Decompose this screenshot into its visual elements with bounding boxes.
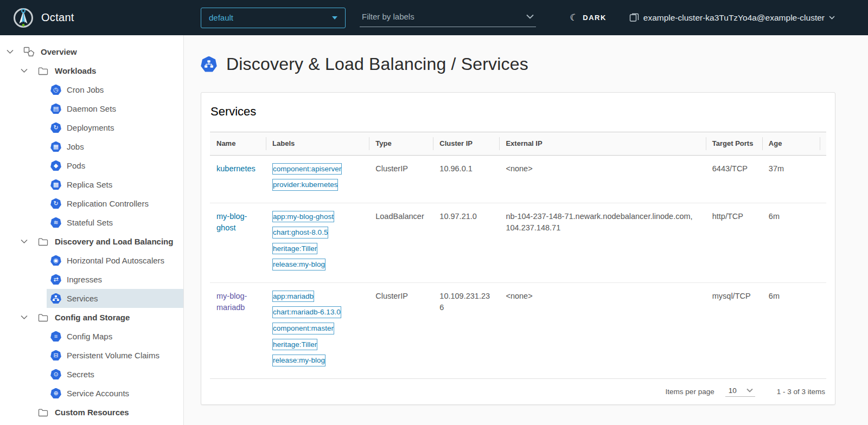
target-ports-cell: 6443/TCP [706,155,762,203]
label-badge[interactable]: component:master [272,323,334,334]
sidebar-item-stateful-sets[interactable]: ≋ Stateful Sets [47,213,183,232]
app-title: Octant [41,11,74,24]
sidebar-item-horizontal-pod-autoscalers[interactable]: ◉ Horizontal Pod Autoscalers [47,251,183,270]
sidebar-item-label: Config and Storage [55,313,130,322]
services-card: Services NameLabelsTypeCluster IPExterna… [201,92,835,405]
column-header-labels: Labels [266,132,369,156]
label-badge[interactable]: heritage:Tiller [272,339,317,351]
namespace-select[interactable]: default [201,8,346,28]
label-badge[interactable]: app:mariadb [272,291,314,302]
page-title-row: Discovery & Load Balancing / Services [201,54,835,74]
sidebar-item-config-maps[interactable]: ≡ Config Maps [47,327,183,346]
service-name-link[interactable]: kubernetes [216,164,256,173]
service-type-cell: LoadBalancer [369,203,433,282]
sidebar-item-services[interactable]: Services [47,289,183,308]
label-badge[interactable]: heritage:Tiller [272,243,317,255]
sidebar-item-pods[interactable]: ◆ Pods [47,156,183,175]
sidebar-item-label: Horizontal Pod Autoscalers [67,256,164,265]
sidebar-item-label: Daemon Sets [67,104,116,113]
pods-icon: ◆ [50,160,61,171]
sidebar-item-workloads[interactable]: Workloads [0,61,183,80]
sidebar-item-jobs[interactable]: ▦ Jobs [47,137,183,156]
table-row-my-blog-mariadb: my-blog-mariadbapp:mariadbchart:mariadb-… [210,282,826,378]
chevron-down-icon [746,388,753,392]
config-maps-icon: ≡ [50,331,61,342]
cluster-context-switcher[interactable]: example-cluster-ka3TuTzYo4a@example-clus… [629,13,835,23]
label-badge[interactable]: chart:ghost-8.0.5 [272,227,328,239]
label-filter-placeholder: Filter by labels [362,12,414,21]
sidebar-item-overview[interactable]: Overview [0,42,183,61]
sidebar-item-label: Deployments [67,123,114,132]
sidebar-item-deployments[interactable]: ↻ Deployments [47,118,183,137]
chevron-down-icon[interactable] [7,49,14,54]
label-badge[interactable]: chart:mariadb-6.13.0 [272,306,341,318]
service-icon [201,56,217,73]
target-ports-cell: mysql/TCP [706,282,762,378]
sidebar-item-label: Services [67,294,98,303]
column-header-spacer [820,132,826,156]
label-badge[interactable]: release:my-blog [272,355,326,366]
pagination-range: 1 - 3 of 3 items [777,388,825,396]
cron-jobs-icon: ◷ [50,85,61,95]
label-filter-input[interactable]: Filter by labels [360,9,536,27]
namespace-select-value: default [209,13,233,22]
sidebar-item-replica-sets[interactable]: ▩ Replica Sets [47,175,183,194]
sidebar-item-persistent-volume-claims[interactable]: ⊟ Persistent Volume Claims [47,346,183,365]
sidebar-item-label: Config Maps [67,332,112,341]
horizontal-pod-autoscalers-icon: ◉ [50,255,61,266]
sidebar-item-label: Overview [41,47,77,56]
daemon-sets-icon: ▤ [50,104,61,114]
sidebar-item-label: Service Accounts [67,389,129,398]
brand: Octant [0,7,187,29]
label-badge[interactable]: release:my-blog [272,259,326,271]
label-badge[interactable]: provider:kubernetes [272,179,338,191]
main-content: Discovery & Load Balancing / Services Se… [184,35,868,425]
pagination-bar: Items per page 10 1 - 3 of 3 items [210,379,826,404]
page-size-select[interactable]: 10 [725,387,755,397]
column-header-age: Age [762,132,820,156]
jobs-icon: ▦ [50,141,61,152]
chevron-down-icon [526,14,534,19]
folder-icon [37,67,49,75]
sidebar-item-label: Stateful Sets [67,218,113,227]
items-per-page-label: Items per page [666,388,714,396]
sidebar-item-service-accounts[interactable]: ⊕ Service Accounts [47,384,183,403]
service-accounts-icon: ⊕ [50,388,61,399]
folder-icon [37,237,49,246]
sidebar-item-secrets[interactable]: ⊙ Secrets [47,365,183,384]
cluster-context-value: example-cluster-ka3TuTzYo4a@example-clus… [643,13,825,23]
services-icon [50,293,61,304]
sidebar-item-label: Persistent Volume Claims [67,351,159,360]
spacer-cell [820,155,826,203]
label-badge[interactable]: component:apiserver [272,163,342,175]
cluster-icon [629,13,639,23]
age-cell: 37m [762,155,820,203]
sidebar-item-label: Cron Jobs [67,85,104,94]
services-table: NameLabelsTypeCluster IPExternal IPTarge… [210,132,826,379]
theme-toggle-label: DARK [583,14,607,22]
theme-toggle-button[interactable]: ☾ DARK [570,12,607,23]
label-badge[interactable]: app:my-blog-ghost [272,211,334,223]
external-ip-cell: nb-104-237-148-71.newark.nodebalancer.li… [499,203,705,282]
sidebar-item-label: Pods [67,161,85,170]
sidebar-item-replication-controllers[interactable]: ↻ Replication Controllers [47,194,183,213]
chevron-down-icon[interactable] [21,239,28,244]
chevron-down-icon[interactable] [21,315,28,320]
sidebar-item-discovery-and-load-balancing[interactable]: Discovery and Load Balancing [0,232,183,251]
stateful-sets-icon: ≋ [50,217,61,228]
sidebar-item-cron-jobs[interactable]: ◷ Cron Jobs [47,80,183,99]
caret-down-icon [332,16,337,20]
column-header-cluster-ip: Cluster IP [433,132,499,156]
sidebar-item-config-and-storage[interactable]: Config and Storage [0,308,183,327]
sidebar-item-ingresses[interactable]: ⇄ Ingresses [47,270,183,289]
folder-icon [38,67,48,75]
sidebar-item-custom-resources[interactable]: Custom Resources [0,403,183,422]
folder-icon [37,313,49,322]
service-name-link[interactable]: my-blog-ghost [216,212,247,232]
sidebar-item-daemon-sets[interactable]: ▤ Daemon Sets [47,99,183,118]
cluster-ip-cell: 10.96.0.1 [433,155,499,203]
service-name-link[interactable]: my-blog-mariadb [216,292,247,312]
objects-icon [23,47,35,57]
chevron-down-icon[interactable] [21,68,28,73]
persistent-volume-claims-icon: ⊟ [50,350,61,361]
